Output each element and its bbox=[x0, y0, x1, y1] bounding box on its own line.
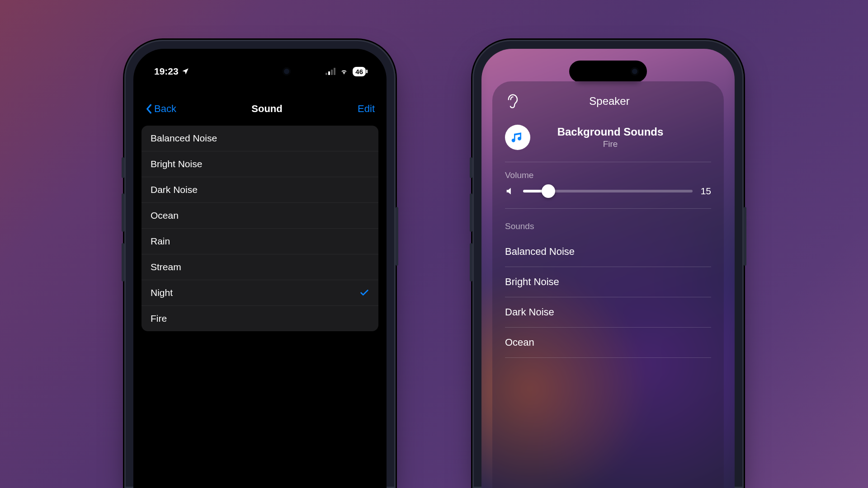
volume-up-button bbox=[122, 193, 124, 232]
volume-down-button bbox=[470, 243, 472, 282]
sound-label: Fire bbox=[151, 313, 167, 324]
power-button bbox=[744, 207, 746, 266]
sound-row[interactable]: Stream bbox=[142, 254, 378, 280]
side-button bbox=[122, 157, 124, 178]
sound-label: Stream bbox=[151, 262, 181, 272]
sound-row[interactable]: Balanced Noise bbox=[505, 237, 711, 267]
sound-label: Ocean bbox=[151, 210, 179, 221]
volume-slider[interactable] bbox=[523, 190, 693, 192]
sound-row[interactable]: Rain bbox=[142, 229, 378, 254]
nav-title: Sound bbox=[251, 103, 282, 115]
power-button bbox=[396, 207, 398, 266]
location-arrow-icon bbox=[181, 67, 189, 75]
phone-settings: 19:23 46 bbox=[124, 40, 396, 488]
phone-control-center: Speaker Background Sounds Fire Volume bbox=[472, 40, 744, 488]
sound-row[interactable]: Bright Noise bbox=[505, 267, 711, 297]
checkmark-icon bbox=[359, 288, 369, 298]
back-label: Back bbox=[154, 103, 176, 115]
now-playing-subtitle: Fire bbox=[509, 139, 711, 149]
sound-list: Balanced NoiseBright NoiseDark NoiseOcea… bbox=[142, 126, 378, 331]
now-playing[interactable]: Background Sounds Fire bbox=[505, 122, 711, 162]
chevron-left-icon bbox=[145, 104, 152, 114]
sound-row[interactable]: Balanced Noise bbox=[142, 126, 378, 151]
cellular-icon bbox=[326, 68, 335, 75]
now-playing-title: Background Sounds bbox=[509, 126, 711, 138]
slider-thumb[interactable] bbox=[542, 184, 555, 198]
sounds-label: Sounds bbox=[505, 213, 711, 237]
sound-row[interactable]: Fire bbox=[142, 306, 378, 331]
sound-list: Balanced NoiseBright NoiseDark NoiseOcea… bbox=[505, 237, 711, 358]
sound-row[interactable]: Bright Noise bbox=[142, 151, 378, 177]
volume-down-button bbox=[122, 243, 124, 282]
back-button[interactable]: Back bbox=[145, 103, 176, 115]
sound-label: Bright Noise bbox=[151, 159, 202, 169]
volume-label: Volume bbox=[505, 162, 711, 186]
sound-row[interactable]: Ocean bbox=[505, 328, 711, 358]
edit-button[interactable]: Edit bbox=[358, 103, 375, 115]
sound-label: Dark Noise bbox=[151, 184, 198, 195]
dynamic-island bbox=[221, 61, 299, 82]
status-time: 19:23 bbox=[154, 66, 179, 77]
volume-value: 15 bbox=[701, 186, 711, 197]
sound-label: Night bbox=[151, 287, 173, 298]
speaker-icon bbox=[505, 186, 515, 196]
panel-title: Speaker bbox=[508, 95, 711, 108]
side-button bbox=[470, 157, 472, 178]
sound-row[interactable]: Dark Noise bbox=[505, 297, 711, 328]
sound-label: Rain bbox=[151, 236, 170, 247]
hearing-panel: Speaker Background Sounds Fire Volume bbox=[492, 81, 724, 488]
sound-row[interactable]: Night bbox=[142, 280, 378, 306]
sound-row[interactable]: Dark Noise bbox=[142, 177, 378, 203]
nav-bar: Back Sound Edit bbox=[142, 103, 378, 126]
battery-indicator: 46 bbox=[353, 67, 366, 76]
sound-row[interactable]: Ocean bbox=[142, 203, 378, 229]
wifi-icon bbox=[339, 67, 349, 75]
sound-label: Balanced Noise bbox=[151, 133, 217, 144]
volume-up-button bbox=[470, 193, 472, 232]
